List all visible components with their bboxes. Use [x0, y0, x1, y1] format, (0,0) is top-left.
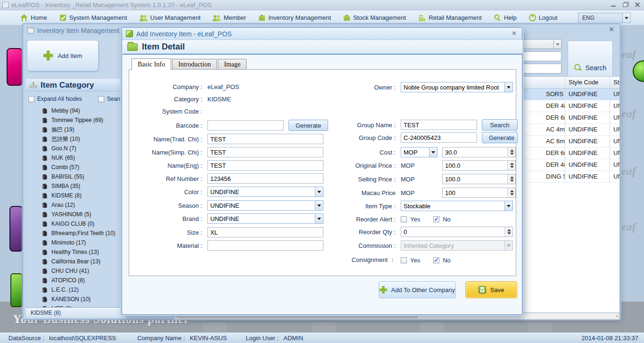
size-input[interactable]	[207, 227, 323, 237]
category-tree-item[interactable]: CHU CHU (41)	[26, 266, 127, 276]
book-icon	[41, 155, 48, 161]
category-tree-item[interactable]: BABISIL (55)	[26, 172, 127, 181]
menu-retail-management[interactable]: Retail Management	[412, 10, 488, 25]
scroll-right-icon[interactable]: ›	[616, 313, 618, 319]
consignment-no-checkbox[interactable]	[433, 257, 439, 263]
dialog-close-icon[interactable]: ✕	[511, 30, 518, 37]
category-tree-item[interactable]: Bfreeamp;First Teeth (10)	[26, 229, 127, 238]
chevron-down-icon[interactable]	[315, 187, 323, 196]
menu-stock-management[interactable]: Stock Management	[337, 10, 412, 25]
chevron-down-icon[interactable]	[504, 82, 512, 92]
plus-icon: ✚	[43, 51, 54, 60]
book-icon	[41, 240, 48, 246]
category-tree-item[interactable]: ATOPICO (8)	[26, 276, 127, 285]
group-name-input[interactable]	[401, 120, 477, 130]
category-tree-item[interactable]: California Bear (13)	[26, 257, 127, 266]
category-tree-item[interactable]: Tommee Tippee (69)	[26, 115, 127, 125]
company-name-label: Company Name :	[137, 335, 185, 342]
spinner-arrows-icon[interactable]	[504, 227, 512, 237]
category-tree-item[interactable]: KANESON (10)	[26, 294, 127, 304]
expand-all-nodes-checkbox[interactable]	[28, 96, 34, 102]
category-tree-item[interactable]: NUK (65)	[26, 153, 127, 163]
tab-basic-info[interactable]: Basic Info	[132, 58, 171, 70]
add-item-button[interactable]: ✚ Add Item	[27, 40, 99, 71]
original-price-spinner[interactable]: 100.0	[442, 160, 516, 171]
menu-member[interactable]: Member	[206, 10, 252, 25]
category-tree-item[interactable]: KAIGO CLUB (0)	[26, 219, 127, 229]
category-tree-item[interactable]: Minimoto (17)	[26, 238, 127, 247]
category-tree-item[interactable]: Healthy Times (13)	[26, 247, 127, 257]
category-tree-item[interactable]: 施巴 (19)	[26, 125, 127, 134]
search-field-1[interactable]	[521, 51, 561, 61]
save-button[interactable]: Save	[465, 281, 517, 298]
spinner-arrows-icon[interactable]	[507, 188, 515, 197]
name-eng-input[interactable]	[207, 160, 323, 171]
category-tree-item[interactable]: Arau (12)	[26, 200, 127, 210]
cost-spinner[interactable]: 30.0	[442, 147, 516, 157]
category-tree-item[interactable]: YASHINOMI (5)	[26, 210, 127, 219]
statusbar-datetime: 2014-01-08 21:33:37	[581, 335, 638, 342]
item-type-select[interactable]: Stockable	[401, 201, 513, 211]
category-tree-item[interactable]: 思詩樂 (10)	[26, 134, 127, 144]
reorder-qty-spinner[interactable]: 0	[401, 227, 513, 237]
season-select[interactable]: UNDIFINE	[207, 200, 323, 211]
owner-select[interactable]: Noble Group company limited Root	[401, 82, 513, 92]
column-style2-header[interactable]: Sty	[610, 77, 619, 88]
inventory-window-close-icon[interactable]: ✕	[608, 26, 615, 33]
close-icon[interactable]	[634, 2, 640, 7]
name-simp-input[interactable]	[207, 147, 323, 157]
category-tree-item[interactable]: Goo.N (7)	[26, 144, 127, 153]
spinner-arrows-icon[interactable]	[507, 147, 515, 157]
barcode-generate-button[interactable]: Generate	[289, 120, 328, 131]
chevron-down-icon[interactable]	[553, 40, 561, 49]
menu-home[interactable]: Home	[14, 10, 53, 25]
ref-number-input[interactable]	[207, 173, 323, 184]
menu-inventory-management[interactable]: Inventory Management	[252, 10, 337, 25]
chevron-down-icon[interactable]	[429, 147, 437, 157]
consignment-yes-checkbox[interactable]	[401, 257, 407, 263]
category-tree-item[interactable]: L.E.C. (12)	[26, 285, 127, 294]
retail-management-icon	[418, 15, 426, 21]
cost-currency-select[interactable]: MOP	[401, 147, 438, 157]
category-tree: Mebby (94) Tommee Tippee (69) 施巴 (19) 思詩…	[26, 106, 127, 310]
group-code-generate-button[interactable]: Generate	[482, 132, 518, 143]
brand-select[interactable]: UNDIFINE	[207, 213, 323, 224]
material-input[interactable]	[207, 240, 323, 251]
background-purple-icon	[9, 206, 23, 252]
barcode-input[interactable]	[207, 120, 284, 131]
chevron-down-icon[interactable]	[315, 201, 323, 210]
name-trad-input[interactable]	[207, 134, 323, 144]
restore-icon[interactable]	[622, 2, 628, 7]
menu-logout[interactable]: Logout	[523, 10, 564, 25]
tab-image[interactable]: Image	[218, 59, 247, 69]
group-name-search-button[interactable]: Search	[482, 119, 518, 131]
chevron-down-icon[interactable]	[504, 201, 512, 211]
minimize-icon[interactable]	[611, 2, 617, 7]
spinner-arrows-icon[interactable]	[507, 161, 515, 170]
category-tree-item[interactable]: SIMBA (35)	[26, 181, 127, 191]
column-style-code-header[interactable]: Style Code	[565, 77, 610, 88]
category-tree-item[interactable]: KIDSME (8)	[26, 191, 127, 200]
color-select[interactable]: UNDIFINE	[207, 187, 323, 197]
chevron-down-icon[interactable]	[622, 13, 630, 23]
category-tree-item[interactable]: Combi (57)	[26, 163, 127, 172]
search-all-checkbox[interactable]	[98, 96, 104, 102]
tab-introduction[interactable]: Introduction	[172, 59, 217, 69]
add-to-other-company-button[interactable]: ✚ Add To Other Company	[379, 281, 456, 298]
menu-user-management[interactable]: User Management	[133, 10, 207, 25]
language-select[interactable]: ENG	[578, 13, 631, 23]
macau-price-spinner[interactable]: 100	[442, 188, 516, 198]
search-filter-select[interactable]	[521, 39, 561, 49]
chevron-down-icon[interactable]	[315, 214, 323, 223]
reorder-alert-yes-checkbox[interactable]	[401, 216, 407, 222]
category-tree-item[interactable]: Mebby (94)	[26, 106, 127, 115]
dialog-titlebar[interactable]: Add Inventory Item - eLeaf_POS	[122, 28, 522, 40]
search-field-2[interactable]	[521, 64, 561, 74]
selling-price-spinner[interactable]: 100.0	[442, 174, 516, 184]
menu-help[interactable]: Help	[488, 10, 523, 25]
reorder-alert-no-checkbox[interactable]	[433, 216, 439, 222]
spinner-arrows-icon[interactable]	[507, 174, 515, 184]
folder-icon	[127, 43, 138, 51]
group-code-input[interactable]	[401, 132, 477, 143]
menu-system-management[interactable]: System Management	[53, 10, 133, 25]
